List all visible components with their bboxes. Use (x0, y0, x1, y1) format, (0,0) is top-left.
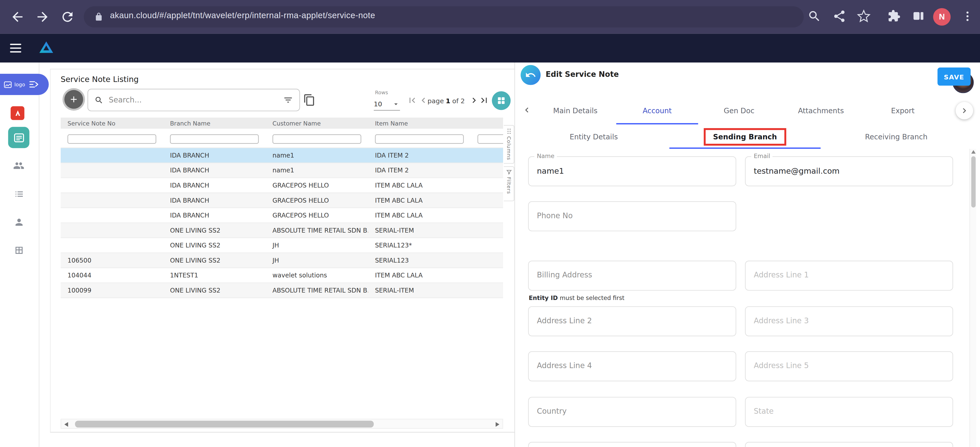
table-row[interactable]: IDA BRANCHGRACEPOS HELLOITEM ABC LALA (61, 208, 503, 223)
horizontal-scroll-thumb[interactable] (75, 421, 374, 428)
akaun-logo-icon[interactable] (40, 41, 53, 53)
side-panel-icon[interactable] (912, 10, 927, 25)
subtab-receiving-branch[interactable]: Receiving Branch (821, 125, 972, 149)
table-row[interactable]: ONE LIVING SS2ABSOLUTE TIME RETAIL SDN B… (61, 223, 503, 238)
table-row[interactable]: IDA BRANCHGRACEPOS HELLOITEM ABC LALA (61, 193, 503, 208)
filter-input-service-note-no[interactable] (68, 134, 156, 143)
add-service-note-button[interactable] (64, 90, 83, 109)
table-cell: SERIAL-ITEM (368, 227, 471, 234)
sidebar-item-listing[interactable] (13, 188, 24, 199)
grid-view-icon (496, 95, 506, 105)
clipped-field-left[interactable] (528, 442, 737, 447)
table-row[interactable]: IDA BRANCHGRACEPOS HELLOITEM ABC LALA (61, 178, 503, 193)
filter-input-extra[interactable] (477, 134, 503, 143)
sidebar-logo-pill[interactable]: logo (0, 74, 49, 95)
sidebar-item-service-notes-active[interactable] (8, 127, 29, 148)
tabs-scroll-left-icon[interactable] (522, 105, 532, 115)
sidebar-item-applet-red[interactable] (11, 106, 24, 120)
zoom-icon[interactable] (808, 10, 823, 25)
filter-input-customer-name[interactable] (272, 134, 361, 143)
phone-no-field[interactable]: Phone No (528, 201, 737, 231)
table-row[interactable]: ONE LIVING SS2JHSERIAL123* (61, 238, 503, 253)
address-line-4-field[interactable]: Address Line 4 (528, 351, 737, 381)
bookmark-star-icon[interactable] (857, 10, 872, 25)
sidebar-item-customer[interactable] (13, 216, 24, 227)
email-field[interactable]: Email testname@gmail.com (745, 156, 953, 186)
address-line-1-field[interactable]: Address Line 1 (745, 261, 953, 291)
tabs-scroll-right-button[interactable] (956, 102, 973, 119)
table-row[interactable]: IDA BRANCHname1IDA ITEM 2 (61, 148, 503, 163)
browser-menu-kebab-icon[interactable] (961, 10, 976, 25)
table-cell: GRACEPOS HELLO (266, 212, 368, 219)
state-field[interactable]: State (745, 397, 953, 427)
address-line-5-field[interactable]: Address Line 5 (745, 351, 953, 381)
subtab-entity-details[interactable]: Entity Details (518, 125, 669, 149)
table-row[interactable]: 1040441NTEST1wavelet solutionsITEM ABC L… (61, 268, 503, 283)
hamburger-menu-icon[interactable] (10, 43, 22, 53)
sidebar-item-journal[interactable] (13, 244, 24, 256)
chevron-right-icon (959, 105, 969, 116)
rows-per-page-select[interactable]: 10 (374, 98, 400, 111)
tab-export[interactable]: Export (862, 97, 944, 124)
share-icon[interactable] (832, 10, 848, 25)
next-page-icon[interactable] (469, 95, 479, 105)
last-page-icon[interactable] (479, 95, 489, 105)
subtab-sending-branch[interactable]: Sending Branch (669, 125, 821, 149)
plus-icon (68, 94, 79, 104)
previous-page-icon[interactable] (418, 95, 428, 105)
filter-input-branch-name[interactable] (170, 134, 259, 143)
billing-address-field[interactable]: Billing Address (528, 261, 737, 291)
scroll-left-arrow[interactable] (62, 421, 71, 428)
horizontal-scrollbar[interactable] (61, 419, 503, 429)
back-button[interactable] (521, 65, 541, 85)
scroll-right-arrow[interactable] (493, 421, 502, 428)
name-field[interactable]: Name name1 (528, 156, 737, 186)
tab-account[interactable]: Account (616, 97, 698, 124)
vertical-scroll-thumb[interactable] (971, 156, 976, 207)
browser-back-icon[interactable] (10, 10, 25, 25)
table-row[interactable]: 100099ONE LIVING SS2ABSOLUTE TIME RETAIL… (61, 283, 503, 298)
browser-forward-icon[interactable] (35, 10, 50, 25)
pagination-status: page1of 2 (428, 97, 465, 104)
save-button[interactable]: SAVE (937, 68, 970, 86)
phone-no-placeholder: Phone No (537, 202, 573, 230)
tab-main-details[interactable]: Main Details (534, 97, 616, 124)
rows-per-page-value: 10 (374, 100, 382, 107)
extensions-puzzle-icon[interactable] (888, 10, 903, 25)
address-line-3-field[interactable]: Address Line 3 (745, 306, 953, 336)
table-row[interactable]: 106500ONE LIVING SS2JHSERIAL123 (61, 253, 503, 268)
editor-vertical-scrollbar[interactable] (969, 149, 977, 447)
table-cell: IDA BRANCH (163, 167, 266, 174)
view-switcher-button[interactable] (492, 91, 511, 110)
clipped-field-right[interactable] (745, 442, 953, 447)
column-header-item-name[interactable]: Item Name (368, 119, 471, 127)
tab-gen-doc[interactable]: Gen Doc (698, 97, 780, 124)
column-header-service-note-no[interactable]: Service Note No (61, 119, 163, 127)
filter-input-item-name[interactable] (375, 134, 464, 143)
lock-icon[interactable] (94, 12, 104, 22)
column-header-branch-name[interactable]: Branch Name (163, 119, 266, 127)
listing-title: Service Note Listing (61, 74, 139, 84)
columns-side-tab[interactable]: Columns (504, 125, 514, 164)
account-subtabs: Entity Details Sending Branch Receiving … (518, 125, 972, 149)
browser-profile-avatar[interactable]: N (933, 8, 951, 25)
table-cell: 1NTEST1 (163, 272, 266, 279)
browser-reload-icon[interactable] (60, 10, 75, 25)
filters-side-tab[interactable]: Filters (504, 166, 514, 201)
sidebar-collapse-icon[interactable] (29, 80, 39, 89)
country-field[interactable]: Country (528, 397, 737, 427)
table-row[interactable]: IDA BRANCHname1IDA ITEM 2 (61, 163, 503, 178)
filter-list-icon[interactable] (283, 95, 293, 105)
search-box[interactable] (88, 89, 300, 111)
url-text[interactable]: akaun.cloud/#/applet/tnt/wavelet/erp/int… (110, 11, 375, 20)
duplicate-pages-icon[interactable] (303, 94, 315, 106)
sidebar-item-contacts[interactable] (13, 160, 24, 171)
table-cell: IDA ITEM 2 (368, 152, 471, 159)
table-cell: ITEM ABC LALA (368, 197, 471, 204)
address-line-2-field[interactable]: Address Line 2 (528, 306, 737, 336)
column-header-customer-name[interactable]: Customer Name (266, 119, 368, 127)
first-page-icon[interactable] (407, 95, 417, 105)
tab-attachments[interactable]: Attachments (780, 97, 862, 124)
search-input[interactable] (108, 95, 280, 105)
scroll-up-arrow[interactable] (970, 149, 977, 155)
